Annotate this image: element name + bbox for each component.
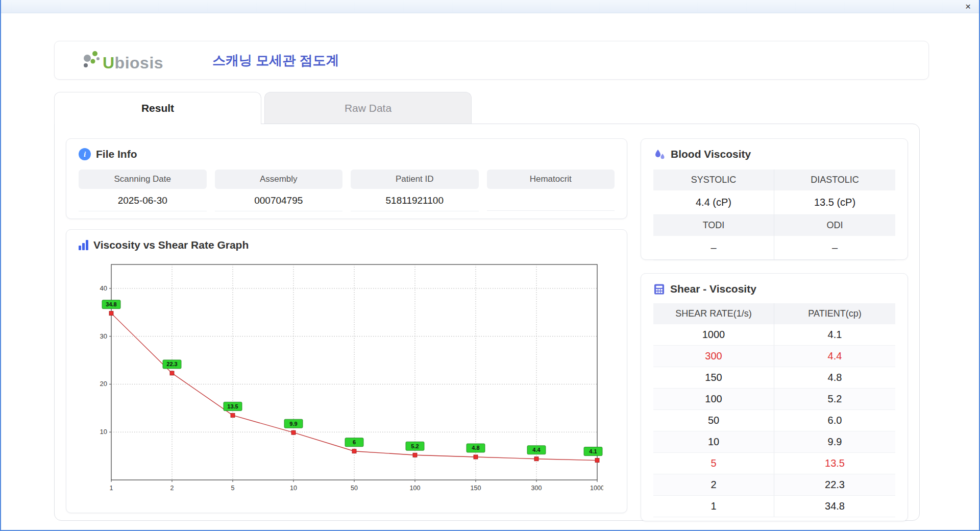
table-header-row: SHEAR RATE(1/s) PATIENT(cp)	[653, 303, 895, 324]
header-card: Ubiosis 스캐닝 모세관 점도계	[54, 41, 929, 80]
field-label: Hematocrit	[487, 170, 615, 189]
svg-text:5.2: 5.2	[411, 443, 419, 449]
field-label: Scanning Date	[79, 170, 207, 189]
svg-text:6: 6	[353, 439, 356, 445]
table-row: SYSTOLIC DIASTOLIC	[653, 170, 895, 190]
patient-viscosity-cell: 6.0	[774, 410, 895, 431]
table-row: 134.8	[653, 496, 895, 517]
svg-text:150: 150	[471, 485, 481, 492]
table-body: 10004.13004.41504.81005.2506.0109.9513.5…	[653, 324, 895, 517]
close-icon[interactable]: ×	[965, 2, 971, 11]
file-info-card: i File Info Scanning Date 2025-06-30 Ass…	[66, 138, 627, 219]
patient-viscosity-cell: 22.3	[774, 474, 895, 495]
tab-raw-data[interactable]: Raw Data	[264, 92, 472, 124]
svg-text:9.9: 9.9	[289, 421, 297, 427]
content-panel: i File Info Scanning Date 2025-06-30 Ass…	[54, 124, 920, 521]
field-value	[487, 189, 615, 211]
patient-viscosity-cell: 4.4	[774, 346, 895, 367]
odi-value: –	[774, 236, 895, 260]
blood-viscosity-title: Blood Viscosity	[671, 148, 751, 160]
tab-bar: Result Raw Data	[54, 92, 979, 124]
table-row: TODI ODI	[653, 215, 895, 236]
shear-rate-cell: 100	[653, 389, 774, 409]
shear-viscosity-title-row: Shear - Viscosity	[653, 283, 895, 295]
calculator-grid-icon	[653, 283, 665, 295]
shear-rate-cell: 300	[653, 346, 774, 367]
table-row: 513.5	[653, 453, 895, 474]
table-row: 1005.2	[653, 389, 895, 410]
window-titlebar: ×	[1, 0, 979, 13]
tab-result[interactable]: Result	[54, 92, 261, 124]
ubiosis-logo: Ubiosis	[81, 50, 163, 71]
page-title: 스캐닝 모세관 점도계	[212, 52, 339, 69]
graph-title-row: Viscosity vs Shear Rate Graph	[79, 239, 615, 251]
blood-viscosity-card: Blood Viscosity SYSTOLIC DIASTOLIC 4.4 (…	[641, 138, 908, 260]
shear-viscosity-card: Shear - Viscosity SHEAR RATE(1/s) PATIEN…	[641, 273, 908, 521]
diastolic-value: 13.5 (cP)	[774, 190, 895, 215]
graph-title: Viscosity vs Shear Rate Graph	[93, 239, 249, 251]
svg-text:34.8: 34.8	[106, 301, 116, 307]
field-value: 51811921100	[351, 189, 479, 211]
field-patient-id: Patient ID 51811921100	[351, 170, 479, 211]
patient-column-header: PATIENT(cp)	[774, 303, 895, 324]
left-column: i File Info Scanning Date 2025-06-30 Ass…	[66, 138, 627, 515]
todi-value: –	[653, 236, 774, 260]
blood-viscosity-title-row: Blood Viscosity	[653, 148, 895, 160]
systolic-label: SYSTOLIC	[653, 170, 774, 190]
table-row: 4.4 (cP) 13.5 (cP)	[653, 190, 895, 215]
field-label: Patient ID	[351, 170, 479, 189]
patient-viscosity-cell: 4.1	[774, 324, 895, 345]
svg-text:30: 30	[100, 332, 107, 340]
table-row: 222.3	[653, 474, 895, 496]
field-scanning-date: Scanning Date 2025-06-30	[79, 170, 207, 211]
file-info-title: File Info	[96, 148, 137, 160]
shear-viscosity-title: Shear - Viscosity	[670, 283, 756, 295]
shear-rate-cell: 2	[653, 474, 774, 495]
svg-text:1000: 1000	[590, 485, 603, 492]
shear-rate-cell: 5	[653, 453, 774, 474]
patient-viscosity-cell: 4.8	[774, 367, 895, 388]
app-window: × Ubiosis 스캐닝 모세관 점도계 Result Raw Data i	[0, 0, 980, 531]
blood-viscosity-table: SYSTOLIC DIASTOLIC 4.4 (cP) 13.5 (cP) TO…	[653, 170, 895, 260]
logo-text: Ubiosis	[103, 55, 163, 71]
svg-text:1: 1	[110, 485, 113, 492]
table-row: 10004.1	[653, 324, 895, 346]
shear-viscosity-table: SHEAR RATE(1/s) PATIENT(cp) 10004.13004.…	[653, 303, 895, 517]
svg-text:40: 40	[100, 284, 107, 292]
field-assembly: Assembly 000704795	[215, 170, 343, 211]
svg-text:4.8: 4.8	[472, 445, 479, 451]
svg-text:50: 50	[351, 485, 358, 492]
blood-drop-icon	[653, 148, 666, 160]
logo-leaf-icon	[81, 50, 103, 71]
table-row: 1504.8	[653, 367, 895, 389]
patient-viscosity-cell: 34.8	[774, 496, 895, 517]
shear-rate-cell: 1000	[653, 324, 774, 345]
shear-rate-cell: 50	[653, 410, 774, 431]
svg-text:10: 10	[100, 428, 107, 436]
field-hematocrit: Hematocrit	[487, 170, 615, 211]
shear-rate-cell: 10	[653, 431, 774, 452]
file-info-fields: Scanning Date 2025-06-30 Assembly 000704…	[79, 170, 615, 211]
svg-text:4.1: 4.1	[589, 448, 597, 454]
svg-text:5: 5	[231, 485, 235, 492]
bar-chart-icon	[79, 240, 88, 250]
svg-text:4.4: 4.4	[532, 447, 541, 453]
svg-text:13.5: 13.5	[227, 403, 238, 409]
svg-text:22.3: 22.3	[166, 361, 177, 367]
viscosity-shear-chart: 102030401251050100150300100034.822.313.5…	[79, 257, 615, 499]
patient-viscosity-cell: 13.5	[774, 453, 895, 474]
shear-rate-cell: 1	[653, 496, 774, 517]
table-row: 506.0	[653, 410, 895, 431]
svg-text:10: 10	[290, 485, 297, 492]
svg-text:20: 20	[100, 380, 107, 388]
shear-rate-cell: 150	[653, 367, 774, 388]
table-row: 109.9	[653, 431, 895, 453]
todi-label: TODI	[653, 215, 774, 236]
svg-text:300: 300	[531, 485, 542, 492]
shear-rate-column-header: SHEAR RATE(1/s)	[653, 303, 774, 324]
info-icon: i	[79, 148, 91, 160]
file-info-title-row: i File Info	[79, 148, 615, 160]
graph-card: Viscosity vs Shear Rate Graph 1020304012…	[66, 229, 627, 513]
table-row: – –	[653, 236, 895, 260]
systolic-value: 4.4 (cP)	[653, 190, 774, 215]
